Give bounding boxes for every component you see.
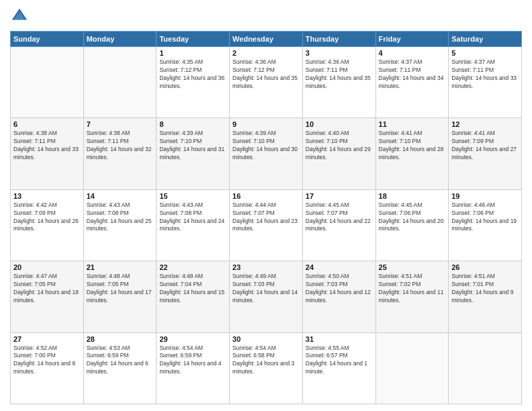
day-info: Sunrise: 4:52 AM Sunset: 7:00 PM Dayligh… bbox=[13, 345, 81, 377]
day-info: Sunrise: 4:42 AM Sunset: 7:09 PM Dayligh… bbox=[13, 201, 81, 234]
day-info: Sunrise: 4:41 AM Sunset: 7:09 PM Dayligh… bbox=[451, 130, 519, 162]
day-number: 2 bbox=[232, 49, 300, 57]
day-info: Sunrise: 4:37 AM Sunset: 7:11 PM Dayligh… bbox=[379, 58, 446, 91]
day-info: Sunrise: 4:38 AM Sunset: 7:11 PM Dayligh… bbox=[87, 130, 154, 162]
day-number: 25 bbox=[379, 263, 446, 271]
day-number: 29 bbox=[159, 335, 226, 343]
day-info: Sunrise: 4:54 AM Sunset: 6:59 PM Dayligh… bbox=[159, 345, 226, 377]
day-info: Sunrise: 4:45 AM Sunset: 7:06 PM Dayligh… bbox=[379, 201, 446, 234]
calendar-day-cell: 18Sunrise: 4:45 AM Sunset: 7:06 PM Dayli… bbox=[375, 189, 449, 261]
calendar-day-cell: 29Sunrise: 4:54 AM Sunset: 6:59 PM Dayli… bbox=[157, 332, 230, 404]
weekday-header: Wednesday bbox=[230, 32, 303, 47]
day-number: 8 bbox=[159, 120, 226, 128]
calendar-day-cell: 27Sunrise: 4:52 AM Sunset: 7:00 PM Dayli… bbox=[11, 332, 84, 404]
day-number: 10 bbox=[306, 120, 373, 128]
calendar-day-cell: 28Sunrise: 4:53 AM Sunset: 6:59 PM Dayli… bbox=[83, 332, 157, 404]
calendar-week-row: 1Sunrise: 4:35 AM Sunset: 7:12 PM Daylig… bbox=[11, 47, 522, 118]
logo bbox=[10, 7, 32, 26]
day-info: Sunrise: 4:43 AM Sunset: 7:08 PM Dayligh… bbox=[87, 201, 154, 234]
day-number: 1 bbox=[159, 49, 226, 57]
day-info: Sunrise: 4:46 AM Sunset: 7:06 PM Dayligh… bbox=[451, 201, 519, 234]
calendar-day-cell: 9Sunrise: 4:39 AM Sunset: 7:10 PM Daylig… bbox=[230, 118, 303, 189]
calendar-week-row: 20Sunrise: 4:47 AM Sunset: 7:05 PM Dayli… bbox=[11, 261, 522, 332]
day-info: Sunrise: 4:48 AM Sunset: 7:05 PM Dayligh… bbox=[87, 273, 154, 305]
day-info: Sunrise: 4:38 AM Sunset: 7:11 PM Dayligh… bbox=[13, 130, 81, 162]
calendar-day-cell: 2Sunrise: 4:36 AM Sunset: 7:12 PM Daylig… bbox=[230, 47, 303, 118]
day-info: Sunrise: 4:48 AM Sunset: 7:04 PM Dayligh… bbox=[159, 273, 226, 305]
calendar-day-cell: 6Sunrise: 4:38 AM Sunset: 7:11 PM Daylig… bbox=[11, 118, 84, 189]
calendar-day-cell: 10Sunrise: 4:40 AM Sunset: 7:10 PM Dayli… bbox=[302, 118, 375, 189]
day-info: Sunrise: 4:41 AM Sunset: 7:10 PM Dayligh… bbox=[379, 130, 446, 162]
day-number: 13 bbox=[13, 192, 81, 200]
day-info: Sunrise: 4:39 AM Sunset: 7:10 PM Dayligh… bbox=[232, 130, 300, 162]
calendar-day-cell: 11Sunrise: 4:41 AM Sunset: 7:10 PM Dayli… bbox=[375, 118, 449, 189]
calendar-day-cell: 14Sunrise: 4:43 AM Sunset: 7:08 PM Dayli… bbox=[83, 189, 157, 261]
day-number: 16 bbox=[232, 192, 300, 200]
day-number: 30 bbox=[232, 335, 300, 343]
calendar-day-cell bbox=[11, 47, 84, 118]
calendar-table: SundayMondayTuesdayWednesdayThursdayFrid… bbox=[10, 31, 522, 404]
day-number: 15 bbox=[159, 192, 226, 200]
day-info: Sunrise: 4:44 AM Sunset: 7:07 PM Dayligh… bbox=[232, 201, 300, 234]
page: SundayMondayTuesdayWednesdayThursdayFrid… bbox=[0, 0, 532, 411]
logo-icon bbox=[10, 7, 29, 26]
calendar-day-cell: 3Sunrise: 4:36 AM Sunset: 7:11 PM Daylig… bbox=[302, 47, 375, 118]
day-number: 7 bbox=[87, 120, 154, 128]
calendar-day-cell: 23Sunrise: 4:49 AM Sunset: 7:03 PM Dayli… bbox=[230, 261, 303, 332]
day-number: 18 bbox=[379, 192, 446, 200]
day-info: Sunrise: 4:47 AM Sunset: 7:05 PM Dayligh… bbox=[13, 273, 81, 305]
day-number: 12 bbox=[451, 120, 519, 128]
day-number: 26 bbox=[451, 263, 519, 271]
day-info: Sunrise: 4:40 AM Sunset: 7:10 PM Dayligh… bbox=[306, 130, 373, 162]
day-number: 24 bbox=[306, 263, 373, 271]
calendar-day-cell: 22Sunrise: 4:48 AM Sunset: 7:04 PM Dayli… bbox=[157, 261, 230, 332]
day-number: 3 bbox=[306, 49, 373, 57]
header bbox=[10, 7, 522, 26]
weekday-header: Tuesday bbox=[157, 32, 230, 47]
calendar-day-cell: 13Sunrise: 4:42 AM Sunset: 7:09 PM Dayli… bbox=[11, 189, 84, 261]
calendar-day-cell: 16Sunrise: 4:44 AM Sunset: 7:07 PM Dayli… bbox=[230, 189, 303, 261]
calendar-day-cell: 15Sunrise: 4:43 AM Sunset: 7:08 PM Dayli… bbox=[157, 189, 230, 261]
day-number: 11 bbox=[379, 120, 446, 128]
day-info: Sunrise: 4:35 AM Sunset: 7:12 PM Dayligh… bbox=[159, 58, 226, 91]
calendar-day-cell: 20Sunrise: 4:47 AM Sunset: 7:05 PM Dayli… bbox=[11, 261, 84, 332]
calendar-day-cell: 24Sunrise: 4:50 AM Sunset: 7:03 PM Dayli… bbox=[302, 261, 375, 332]
day-number: 9 bbox=[232, 120, 300, 128]
calendar-day-cell bbox=[375, 332, 449, 404]
day-info: Sunrise: 4:37 AM Sunset: 7:11 PM Dayligh… bbox=[451, 58, 519, 91]
day-info: Sunrise: 4:50 AM Sunset: 7:03 PM Dayligh… bbox=[306, 273, 373, 305]
day-number: 22 bbox=[159, 263, 226, 271]
calendar-day-cell: 30Sunrise: 4:54 AM Sunset: 6:58 PM Dayli… bbox=[230, 332, 303, 404]
day-number: 6 bbox=[13, 120, 81, 128]
calendar-day-cell bbox=[449, 332, 522, 404]
calendar-day-cell: 21Sunrise: 4:48 AM Sunset: 7:05 PM Dayli… bbox=[83, 261, 157, 332]
day-number: 17 bbox=[306, 192, 373, 200]
day-number: 21 bbox=[87, 263, 154, 271]
day-number: 4 bbox=[379, 49, 446, 57]
day-info: Sunrise: 4:51 AM Sunset: 7:01 PM Dayligh… bbox=[451, 273, 519, 305]
calendar-day-cell: 31Sunrise: 4:55 AM Sunset: 6:57 PM Dayli… bbox=[302, 332, 375, 404]
day-info: Sunrise: 4:43 AM Sunset: 7:08 PM Dayligh… bbox=[159, 201, 226, 234]
calendar-header-row: SundayMondayTuesdayWednesdayThursdayFrid… bbox=[11, 32, 522, 47]
day-info: Sunrise: 4:53 AM Sunset: 6:59 PM Dayligh… bbox=[87, 345, 154, 377]
calendar-day-cell: 12Sunrise: 4:41 AM Sunset: 7:09 PM Dayli… bbox=[449, 118, 522, 189]
day-info: Sunrise: 4:45 AM Sunset: 7:07 PM Dayligh… bbox=[306, 201, 373, 234]
weekday-header: Monday bbox=[83, 32, 157, 47]
day-info: Sunrise: 4:39 AM Sunset: 7:10 PM Dayligh… bbox=[159, 130, 226, 162]
day-number: 20 bbox=[13, 263, 81, 271]
calendar-week-row: 27Sunrise: 4:52 AM Sunset: 7:00 PM Dayli… bbox=[11, 332, 522, 404]
calendar-week-row: 13Sunrise: 4:42 AM Sunset: 7:09 PM Dayli… bbox=[11, 189, 522, 261]
calendar-day-cell: 17Sunrise: 4:45 AM Sunset: 7:07 PM Dayli… bbox=[302, 189, 375, 261]
day-info: Sunrise: 4:36 AM Sunset: 7:11 PM Dayligh… bbox=[306, 58, 373, 91]
day-number: 31 bbox=[306, 335, 373, 343]
calendar-day-cell bbox=[83, 47, 157, 118]
calendar-day-cell: 1Sunrise: 4:35 AM Sunset: 7:12 PM Daylig… bbox=[157, 47, 230, 118]
weekday-header: Sunday bbox=[11, 32, 84, 47]
day-number: 5 bbox=[451, 49, 519, 57]
weekday-header: Thursday bbox=[302, 32, 375, 47]
day-number: 23 bbox=[232, 263, 300, 271]
day-number: 28 bbox=[87, 335, 154, 343]
calendar-day-cell: 4Sunrise: 4:37 AM Sunset: 7:11 PM Daylig… bbox=[375, 47, 449, 118]
calendar-day-cell: 7Sunrise: 4:38 AM Sunset: 7:11 PM Daylig… bbox=[83, 118, 157, 189]
calendar-day-cell: 5Sunrise: 4:37 AM Sunset: 7:11 PM Daylig… bbox=[449, 47, 522, 118]
